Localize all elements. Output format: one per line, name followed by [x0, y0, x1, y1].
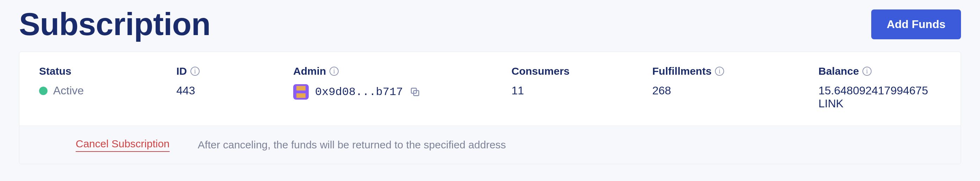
admin-identicon-icon: [293, 84, 309, 100]
add-funds-button[interactable]: Add Funds: [871, 9, 961, 39]
info-icon[interactable]: [191, 67, 200, 76]
balance-value: 15.648092417994675 LINK: [818, 84, 941, 110]
consumers-label: Consumers: [511, 65, 570, 77]
consumers-value: 11: [511, 84, 652, 97]
cancel-subscription-link[interactable]: Cancel Subscription: [76, 138, 170, 152]
info-icon[interactable]: [329, 67, 339, 76]
id-value: 443: [177, 84, 293, 97]
status-dot-icon: [39, 87, 48, 95]
status-column: Status Active: [39, 65, 177, 97]
copy-icon[interactable]: [409, 86, 421, 98]
admin-label: Admin: [293, 65, 326, 77]
page-title: Subscription: [19, 6, 210, 42]
fulfillments-label: Fulfillments: [652, 65, 711, 77]
cancel-description: After canceling, the funds will be retur…: [198, 139, 506, 151]
status-label: Status: [39, 65, 72, 77]
balance-column: Balance 15.648092417994675 LINK: [818, 65, 941, 110]
balance-label: Balance: [818, 65, 859, 77]
consumers-column: Consumers 11: [511, 65, 652, 97]
admin-address: 0x9d08...b717: [315, 86, 403, 99]
status-text: Active: [53, 84, 84, 97]
id-column: ID 443: [177, 65, 293, 97]
info-icon[interactable]: [715, 67, 724, 76]
card-footer: Cancel Subscription After canceling, the…: [19, 126, 961, 164]
fulfillments-column: Fulfillments 268: [652, 65, 818, 97]
admin-column: Admin 0x9d08...b717: [293, 65, 511, 100]
status-value: Active: [39, 84, 177, 97]
info-icon[interactable]: [862, 67, 872, 76]
id-label: ID: [177, 65, 187, 77]
subscription-card: Status Active ID 443 Admin: [19, 52, 961, 164]
fulfillments-value: 268: [652, 84, 818, 97]
